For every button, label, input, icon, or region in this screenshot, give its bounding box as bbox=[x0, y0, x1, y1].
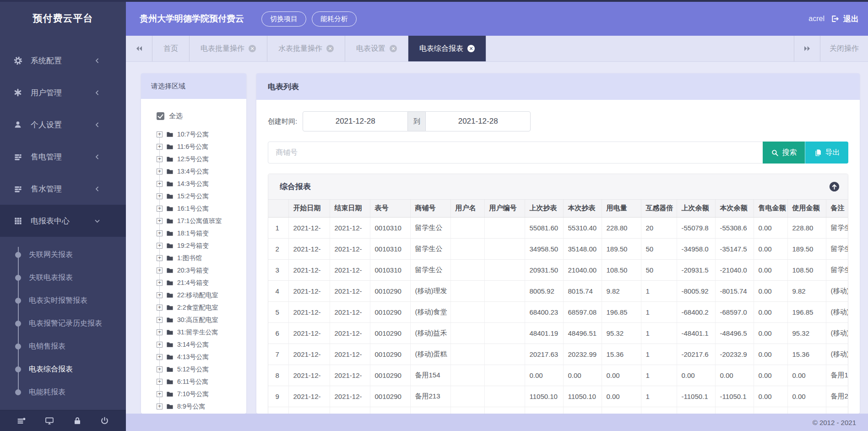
tab-active[interactable]: 电表综合报表✕ bbox=[408, 36, 486, 61]
tree-node[interactable]: +10:7号公寓 bbox=[157, 128, 246, 141]
select-all-checkbox[interactable] bbox=[157, 112, 164, 120]
table-cell: 4 bbox=[268, 280, 288, 301]
close-operations-menu[interactable]: 关闭操作 bbox=[820, 36, 868, 61]
sidebar-submenu-item[interactable]: 电表实时报警报表 bbox=[0, 289, 126, 312]
expand-icon[interactable]: + bbox=[157, 131, 163, 137]
expand-icon[interactable]: + bbox=[157, 354, 163, 360]
tree-node[interactable]: +12:5号公寓 bbox=[157, 153, 246, 165]
tree-node[interactable]: +13:4号公寓 bbox=[157, 165, 246, 178]
search-button[interactable]: 搜索 bbox=[763, 142, 805, 164]
power-icon[interactable] bbox=[100, 416, 109, 425]
tree-node[interactable]: +16:1号公寓 bbox=[157, 202, 246, 215]
tree-node[interactable]: +5:12号公寓 bbox=[157, 363, 246, 376]
expand-icon[interactable]: + bbox=[157, 230, 163, 236]
tree-node[interactable]: +14:3号公寓 bbox=[157, 178, 246, 190]
expand-icon[interactable]: + bbox=[157, 317, 163, 323]
sidebar-menu-item[interactable]: 售电管理 bbox=[0, 141, 126, 173]
switch-project-button[interactable]: 切换项目 bbox=[261, 11, 306, 27]
expand-icon[interactable]: + bbox=[157, 193, 163, 199]
energy-analysis-button[interactable]: 能耗分析 bbox=[312, 11, 357, 27]
tab-item[interactable]: 电表批量操作✕ bbox=[190, 36, 267, 61]
tree-node[interactable]: +20:3号箱变 bbox=[157, 264, 246, 277]
open-tabs: 首页电表批量操作✕水表批量操作✕电表设置✕电表综合报表✕ bbox=[152, 36, 486, 61]
tree-node[interactable]: +2:2食堂配电室 bbox=[157, 301, 246, 314]
meter-list-body: 创建时间: 到 搜索 bbox=[256, 100, 860, 414]
tree-node[interactable]: +17:1公寓值班室 bbox=[157, 215, 246, 227]
sidebar-menu-item[interactable]: 系统配置 bbox=[0, 44, 126, 76]
tab-close-icon[interactable]: ✕ bbox=[326, 45, 334, 52]
tree-node[interactable]: +15:2号公寓 bbox=[157, 190, 246, 202]
logout-icon[interactable] bbox=[831, 15, 839, 23]
logout-button[interactable]: 退出 bbox=[843, 14, 859, 24]
monitor-icon[interactable] bbox=[45, 416, 54, 426]
table-cell: 11050.10 bbox=[525, 386, 563, 407]
tabs-scroll-right-button[interactable] bbox=[794, 36, 820, 61]
tab-close-icon[interactable]: ✕ bbox=[390, 45, 397, 52]
expand-icon[interactable]: + bbox=[157, 366, 163, 372]
export-button[interactable]: 导出 bbox=[805, 142, 848, 164]
expand-icon[interactable]: + bbox=[157, 305, 163, 311]
sidebar-menu-item[interactable]: 电报表中心 bbox=[0, 205, 126, 237]
tree-node[interactable]: +1:图书馆 bbox=[157, 252, 246, 264]
expand-icon[interactable]: + bbox=[157, 379, 163, 385]
tree-node[interactable]: +31:留学生公寓 bbox=[157, 326, 246, 338]
tree-node[interactable]: +11:6号公寓 bbox=[157, 141, 246, 153]
expand-icon[interactable]: + bbox=[157, 243, 163, 249]
tab-item[interactable]: 水表批量操作✕ bbox=[267, 36, 345, 61]
tree-node[interactable]: +4:13号公寓 bbox=[157, 351, 246, 363]
tree-node[interactable]: +18:1号箱变 bbox=[157, 227, 246, 240]
start-date-input[interactable] bbox=[303, 111, 408, 131]
tree-node[interactable]: +21:4号箱变 bbox=[157, 277, 246, 289]
tab-item[interactable]: 电表设置✕ bbox=[345, 36, 408, 61]
expand-icon[interactable]: + bbox=[157, 206, 163, 212]
tree-node[interactable]: +6:11号公寓 bbox=[157, 376, 246, 388]
tree-node[interactable]: +8:9号公寓 bbox=[157, 400, 246, 413]
table-cell: 2021-12- bbox=[288, 238, 330, 259]
tree-node[interactable]: +19:2号箱变 bbox=[157, 240, 246, 252]
sidebar: 预付费云平台 系统配置用户管理个人设置售电管理售水管理电报表中心 失联网关报表失… bbox=[0, 0, 126, 431]
tree-node[interactable]: +3:14号公寓 bbox=[157, 338, 246, 351]
sidebar-submenu-item[interactable]: 失联电表报表 bbox=[0, 266, 126, 289]
tab-item[interactable]: 首页 bbox=[152, 36, 190, 61]
menu-item-label: 用户管理 bbox=[31, 87, 62, 98]
tab-close-icon[interactable]: ✕ bbox=[249, 45, 256, 52]
expand-icon[interactable]: + bbox=[157, 280, 163, 286]
end-date-input[interactable] bbox=[425, 111, 531, 131]
lock-icon[interactable] bbox=[73, 417, 81, 425]
expand-icon[interactable]: + bbox=[157, 156, 163, 162]
expand-icon[interactable]: + bbox=[157, 404, 163, 409]
expand-icon[interactable]: + bbox=[157, 144, 163, 150]
table-header-row: 开始日期结束日期表号商铺号用户名用户编号上次抄表本次抄表用电量互感器倍上次余额本… bbox=[268, 200, 848, 217]
sidebar-menu-item[interactable]: 用户管理 bbox=[0, 76, 126, 109]
expand-icon[interactable]: + bbox=[157, 342, 163, 348]
sidebar-submenu-item[interactable]: 电表报警记录历史报表 bbox=[0, 312, 126, 335]
sidebar-menu-item[interactable]: 售水管理 bbox=[0, 173, 126, 205]
table-cell: 留学生公 bbox=[826, 217, 848, 238]
menu-icon[interactable] bbox=[17, 416, 26, 426]
tree-node[interactable]: +7:10号公寓 bbox=[157, 388, 246, 400]
table-cell: 0.00 bbox=[602, 386, 641, 407]
shop-number-search-input[interactable] bbox=[268, 142, 848, 164]
select-all-row[interactable]: 全选 bbox=[157, 110, 246, 122]
expand-icon[interactable]: + bbox=[157, 255, 163, 261]
sidebar-submenu-item[interactable]: 电表综合报表 bbox=[0, 358, 126, 381]
sidebar-menu-item[interactable]: 个人设置 bbox=[0, 109, 126, 141]
expand-icon[interactable]: + bbox=[157, 218, 163, 224]
expand-icon[interactable]: + bbox=[157, 181, 163, 187]
tree-node-label: 3:14号公寓 bbox=[177, 341, 209, 349]
expand-icon[interactable]: + bbox=[157, 267, 163, 273]
table-cell: 0.00 bbox=[754, 407, 787, 414]
tabs-scroll-left-button[interactable] bbox=[126, 36, 152, 61]
tab-close-icon[interactable]: ✕ bbox=[467, 45, 475, 52]
tree-node[interactable]: +30:高压配电室 bbox=[157, 314, 246, 326]
sidebar-submenu-item[interactable]: 电销售报表 bbox=[0, 335, 126, 358]
tree-node[interactable]: +22:移动配电室 bbox=[157, 289, 246, 301]
expand-icon[interactable]: + bbox=[157, 329, 163, 335]
sidebar-submenu-item[interactable]: 失联网关报表 bbox=[0, 243, 126, 266]
expand-icon[interactable]: + bbox=[157, 292, 163, 298]
column-header: 开始日期 bbox=[288, 200, 330, 217]
expand-icon[interactable]: + bbox=[157, 169, 163, 175]
expand-icon[interactable]: + bbox=[157, 391, 163, 397]
panel-collapse-button[interactable] bbox=[829, 181, 840, 192]
sidebar-submenu-item[interactable]: 电能耗报表 bbox=[0, 381, 126, 404]
